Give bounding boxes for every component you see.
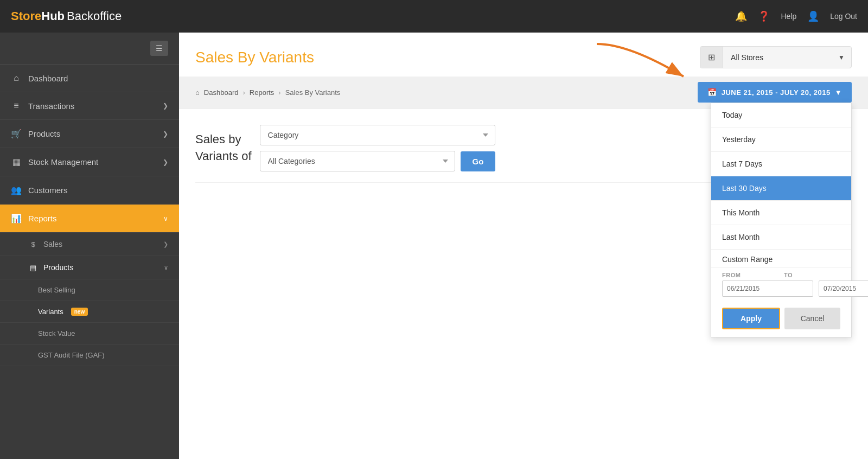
apply-button[interactable]: Apply: [722, 308, 780, 329]
transactions-icon: ≡: [11, 101, 22, 111]
variants-label: Variants: [38, 308, 63, 316]
sidebar-item-label: Dashboard: [28, 74, 168, 83]
brand: StoreHub Backoffice: [11, 9, 122, 23]
sidebar-subitem-label: Products: [43, 263, 73, 272]
date-dropdown: Today Yesterday Last 7 Days Last 30 Days…: [711, 103, 852, 337]
sidebar-item-label: Customers: [28, 186, 168, 195]
new-badge: new: [71, 308, 88, 316]
date-range-label: JUNE 21, 2015 - JULY 20, 2015: [722, 88, 831, 97]
sidebar: ☰ ⌂ Dashboard ≡ Transactions ❯ 🛒 Product…: [0, 33, 179, 459]
sidebar-item-reports[interactable]: 📊 Reports ∨: [0, 205, 179, 233]
to-label: TO: [784, 272, 840, 278]
sidebar-item-customers[interactable]: 👥 Customers: [0, 176, 179, 205]
help-icon[interactable]: ❓: [758, 10, 770, 22]
bestselling-label: Best Selling: [38, 286, 75, 294]
store-selector-dropdown[interactable]: All Stores Store 1 Store 2: [723, 48, 832, 67]
sidebar-item-label: Transactions: [28, 101, 156, 111]
breadcrumb-reports[interactable]: Reports: [250, 88, 275, 97]
filter-label-line1: Sales by: [195, 131, 252, 148]
filter-label-line2: Variants of: [195, 148, 252, 165]
sidebar-subitem-label: Sales: [43, 240, 62, 248]
breadcrumb-current: Sales By Variants: [285, 88, 341, 97]
breadcrumb-dashboard[interactable]: Dashboard: [204, 88, 239, 97]
go-button[interactable]: Go: [461, 151, 496, 171]
chevron-down-icon: ∨: [163, 215, 168, 222]
date-from-input[interactable]: [722, 280, 813, 297]
page-header: Sales By Variants ⊞ All Stores Store 1 S…: [179, 33, 868, 76]
main-layout: ☰ ⌂ Dashboard ≡ Transactions ❯ 🛒 Product…: [0, 33, 868, 459]
chevron-down-icon: ▼: [832, 48, 851, 67]
stock-icon: ▦: [11, 157, 22, 167]
breadcrumb: ⌂ Dashboard › Reports › Sales By Variant…: [195, 88, 340, 97]
breadcrumb-sep-1: ›: [242, 88, 245, 97]
sidebar-item-bestselling[interactable]: Best Selling: [0, 279, 179, 301]
date-option-today[interactable]: Today: [711, 103, 851, 127]
date-picker-button[interactable]: 📅 JUNE 21, 2015 - JULY 20, 2015 ▼: [698, 82, 852, 103]
chevron-right-icon: ❯: [163, 130, 168, 138]
dollar-icon: $: [28, 240, 38, 248]
gst-label: GST Audit File (GAF): [38, 351, 105, 359]
sidebar-item-label: Stock Management: [28, 157, 156, 167]
from-label: FROM: [722, 272, 778, 278]
date-labels: FROM TO: [722, 272, 840, 278]
sidebar-item-label: Products: [28, 129, 156, 138]
filter-selects: Category Food & Beverage Electronics Clo…: [260, 125, 496, 171]
brand-hub: Hub: [41, 9, 65, 23]
cancel-button[interactable]: Cancel: [784, 308, 840, 329]
date-custom-fields: [722, 280, 840, 297]
sidebar-item-stock[interactable]: ▦ Stock Management ❯: [0, 148, 179, 176]
cart-icon: 🛒: [11, 129, 22, 139]
date-to-input[interactable]: [819, 280, 868, 297]
top-nav: StoreHub Backoffice 🔔 ❓ Help 👤 Log Out: [0, 0, 868, 33]
date-option-last7[interactable]: Last 7 Days: [711, 152, 851, 176]
sidebar-toggle-area: ☰: [0, 33, 179, 65]
reports-icon: 📊: [11, 213, 22, 224]
chevron-right-icon: ❯: [163, 158, 168, 166]
home-icon: ⌂: [11, 73, 22, 83]
sidebar-item-gst[interactable]: GST Audit File (GAF): [0, 345, 179, 366]
all-categories-select[interactable]: All Categories Category 1 Category 2: [260, 151, 455, 171]
stockvalue-label: Stock Value: [38, 329, 75, 337]
date-option-custom[interactable]: Custom Range: [711, 250, 851, 267]
sidebar-item-products-report[interactable]: ▤ Products ∨: [0, 256, 179, 279]
filter-label: Sales by Variants of: [195, 131, 252, 165]
sidebar-item-sales[interactable]: $ Sales ❯: [0, 233, 179, 256]
chevron-right-icon: ❯: [163, 241, 168, 248]
notification-icon[interactable]: 🔔: [735, 10, 747, 22]
breadcrumb-home-icon: ⌂: [195, 88, 200, 97]
brand-backoffice: Backoffice: [67, 9, 122, 23]
sidebar-item-stockvalue[interactable]: Stock Value: [0, 323, 179, 345]
sidebar-item-dashboard[interactable]: ⌂ Dashboard: [0, 65, 179, 92]
sidebar-item-transactions[interactable]: ≡ Transactions ❯: [0, 92, 179, 120]
chevron-down-icon: ∨: [164, 264, 168, 271]
user-icon: 👤: [807, 10, 819, 22]
store-selector[interactable]: ⊞ All Stores Store 1 Store 2 ▼: [700, 46, 852, 68]
sidebar-toggle-button[interactable]: ☰: [150, 41, 168, 56]
calendar-icon: 📅: [707, 88, 717, 97]
date-option-thismonth[interactable]: This Month: [711, 201, 851, 225]
date-option-last30[interactable]: Last 30 Days: [711, 176, 851, 201]
date-actions: Apply Cancel: [711, 303, 851, 337]
sidebar-item-label: Reports: [28, 214, 157, 223]
store-icon: ⊞: [700, 47, 723, 68]
logout-link[interactable]: Log Out: [830, 12, 857, 21]
page-title: Sales By Variants: [195, 49, 314, 66]
breadcrumb-sep-2: ›: [278, 88, 280, 97]
help-link[interactable]: Help: [781, 12, 796, 21]
date-custom-inputs: FROM TO: [711, 267, 851, 303]
chevron-right-icon: ❯: [163, 102, 168, 110]
top-nav-right: 🔔 ❓ Help 👤 Log Out: [735, 10, 857, 22]
date-option-lastmonth[interactable]: Last Month: [711, 225, 851, 250]
content-area: Sales By Variants ⊞ All Stores Store 1 S…: [179, 33, 868, 459]
sidebar-item-variants[interactable]: Variants new: [0, 301, 179, 323]
category-select[interactable]: Category Food & Beverage Electronics Clo…: [260, 125, 496, 145]
sidebar-item-products[interactable]: 🛒 Products ❯: [0, 120, 179, 148]
breadcrumb-bar: ⌂ Dashboard › Reports › Sales By Variant…: [179, 76, 868, 109]
customers-icon: 👥: [11, 185, 22, 195]
brand-store: Store: [11, 9, 41, 23]
doc-icon: ▤: [28, 264, 38, 272]
date-option-yesterday[interactable]: Yesterday: [711, 127, 851, 152]
filter-row-2: All Categories Category 1 Category 2 Go: [260, 151, 496, 171]
chevron-down-icon: ▼: [835, 88, 842, 97]
